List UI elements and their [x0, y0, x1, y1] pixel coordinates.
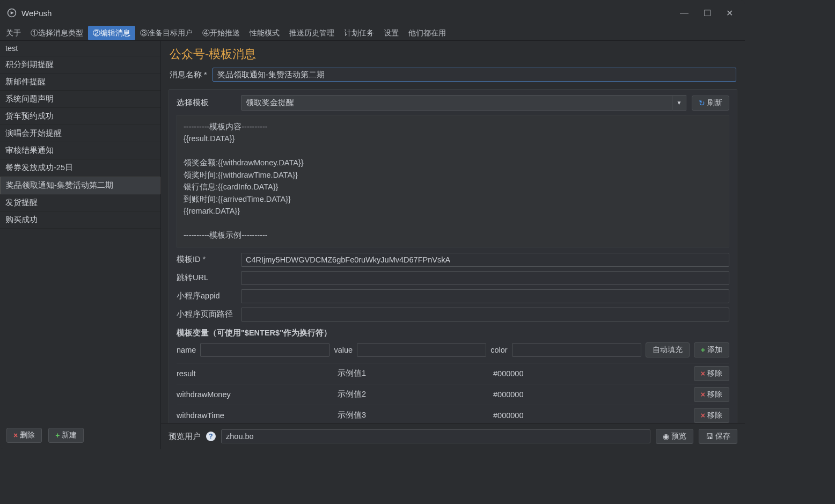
x-icon: ×	[701, 369, 705, 378]
tab-9[interactable]: 他们都在用	[404, 26, 451, 40]
x-icon: ×	[13, 431, 18, 440]
help-icon[interactable]: ?	[206, 432, 216, 441]
page-title: 公众号-模板消息	[170, 46, 736, 62]
var-value: 示例值2	[338, 389, 493, 399]
plus-icon: +	[701, 346, 705, 354]
close-icon[interactable]: ✕	[726, 8, 733, 18]
var-row: withdrawMoney示例值2#000000× 移除	[177, 384, 729, 405]
refresh-button[interactable]: ↻ 刷新	[692, 96, 729, 111]
sidebar-item-0[interactable]: test	[0, 41, 160, 56]
delete-button[interactable]: × 删除	[6, 428, 42, 443]
var-name-label: name	[177, 346, 196, 354]
remove-var-button[interactable]: × 移除	[694, 408, 729, 423]
miniapp-path-label: 小程序页面路径	[177, 309, 236, 319]
tab-2[interactable]: ②编辑消息	[88, 26, 135, 40]
tab-5[interactable]: 性能模式	[245, 26, 284, 40]
add-var-button[interactable]: + 添加	[694, 342, 729, 357]
titlebar: WePush — ☐ ✕	[0, 0, 745, 26]
sidebar-item-6[interactable]: 审核结果通知	[0, 142, 160, 159]
x-icon: ×	[701, 390, 705, 399]
tab-0[interactable]: 关于	[1, 26, 26, 40]
sidebar-item-8[interactable]: 奖品领取通知-集赞活动第二期	[0, 177, 160, 194]
app-icon	[6, 8, 17, 18]
tab-1[interactable]: ①选择消息类型	[26, 26, 88, 40]
message-name-input[interactable]	[213, 68, 736, 82]
chevron-down-icon[interactable]: ▼	[672, 95, 686, 111]
select-template-label: 选择模板	[177, 98, 236, 108]
tab-3[interactable]: ③准备目标用户	[135, 26, 197, 40]
refresh-label: 刷新	[707, 98, 722, 108]
preview-button[interactable]: ◉ 预览	[656, 429, 693, 444]
var-value-input[interactable]	[357, 343, 486, 357]
var-color: #000000	[493, 390, 670, 399]
miniapp-id-input[interactable]	[241, 289, 729, 303]
tab-7[interactable]: 计划任务	[339, 26, 379, 40]
var-name: withdrawTime	[177, 411, 338, 420]
vars-section-label: 模板变量（可使用"$ENTER$"作为换行符）	[177, 328, 729, 338]
autofill-button[interactable]: 自动填充	[646, 342, 690, 357]
var-name: withdrawMoney	[177, 390, 338, 399]
preview-user-input[interactable]	[221, 429, 650, 443]
sidebar-item-1[interactable]: 积分到期提醒	[0, 56, 160, 74]
var-value-label: value	[334, 346, 353, 354]
save-icon: 🖫	[706, 432, 713, 441]
template-select-value: 领取奖金提醒	[246, 98, 294, 107]
remove-label: 移除	[707, 369, 722, 378]
var-row: withdrawTime示例值3#000000× 移除	[177, 405, 729, 423]
var-row: result示例值1#000000× 移除	[177, 363, 729, 384]
remove-var-button[interactable]: × 移除	[694, 387, 729, 402]
remove-label: 移除	[707, 390, 722, 399]
sidebar-item-3[interactable]: 系统问题声明	[0, 91, 160, 108]
sidebar-item-2[interactable]: 新邮件提醒	[0, 74, 160, 91]
maximize-icon[interactable]: ☐	[704, 8, 711, 18]
template-id-label: 模板ID *	[177, 254, 236, 265]
var-color-label: color	[490, 346, 507, 354]
tab-8[interactable]: 设置	[379, 26, 404, 40]
sidebar-item-9[interactable]: 发货提醒	[0, 194, 160, 211]
sidebar: test积分到期提醒新邮件提醒系统问题声明货车预约成功演唱会开始提醒审核结果通知…	[0, 41, 161, 449]
minimize-icon[interactable]: —	[680, 8, 688, 18]
jump-url-label: 跳转URL	[177, 273, 236, 283]
tabbar: 关于①选择消息类型②编辑消息③准备目标用户④开始推送性能模式推送历史管理计划任务…	[0, 26, 745, 41]
bottom-bar: 预览用户 ? ◉ 预览 🖫 保存	[161, 423, 745, 449]
var-value: 示例值1	[338, 368, 493, 378]
tab-6[interactable]: 推送历史管理	[284, 26, 339, 40]
remove-label: 移除	[707, 411, 722, 420]
content: 公众号-模板消息 消息名称 * 选择模板 领取奖金提醒 ▼ ↻	[161, 41, 745, 449]
app-title: WePush	[21, 9, 680, 18]
preview-user-label: 预览用户	[169, 432, 201, 442]
template-content: ----------模板内容---------- {{result.DATA}}…	[177, 115, 729, 247]
add-label: 添加	[707, 345, 722, 355]
sidebar-item-7[interactable]: 餐券发放成功-25日	[0, 159, 160, 177]
x-icon: ×	[701, 411, 705, 420]
eye-icon: ◉	[663, 432, 669, 441]
plus-icon: +	[55, 431, 60, 440]
save-label: 保存	[715, 432, 730, 441]
var-color-input[interactable]	[512, 343, 641, 357]
var-color: #000000	[493, 411, 670, 420]
var-color: #000000	[493, 369, 670, 378]
preview-label: 预览	[671, 432, 686, 441]
save-button[interactable]: 🖫 保存	[699, 429, 737, 444]
template-select[interactable]: 领取奖金提醒	[241, 95, 672, 111]
template-id-input[interactable]	[241, 253, 729, 267]
name-label: 消息名称 *	[170, 70, 207, 80]
sidebar-list: test积分到期提醒新邮件提醒系统问题声明货车预约成功演唱会开始提醒审核结果通知…	[0, 41, 160, 421]
new-label: 新建	[62, 430, 77, 440]
autofill-label: 自动填充	[653, 345, 683, 355]
delete-label: 删除	[20, 430, 35, 440]
var-name: result	[177, 369, 338, 378]
sidebar-item-4[interactable]: 货车预约成功	[0, 108, 160, 125]
sidebar-item-10[interactable]: 购买成功	[0, 211, 160, 229]
new-button[interactable]: + 新建	[48, 428, 84, 443]
miniapp-path-input[interactable]	[241, 308, 729, 322]
var-value: 示例值3	[338, 410, 493, 420]
var-name-input[interactable]	[200, 343, 329, 357]
jump-url-input[interactable]	[241, 271, 729, 285]
tab-4[interactable]: ④开始推送	[197, 26, 245, 40]
sidebar-item-5[interactable]: 演唱会开始提醒	[0, 125, 160, 142]
refresh-icon: ↻	[699, 99, 705, 107]
remove-var-button[interactable]: × 移除	[694, 366, 729, 381]
miniapp-id-label: 小程序appid	[177, 291, 236, 301]
var-table: result示例值1#000000× 移除withdrawMoney示例值2#0…	[177, 363, 729, 423]
